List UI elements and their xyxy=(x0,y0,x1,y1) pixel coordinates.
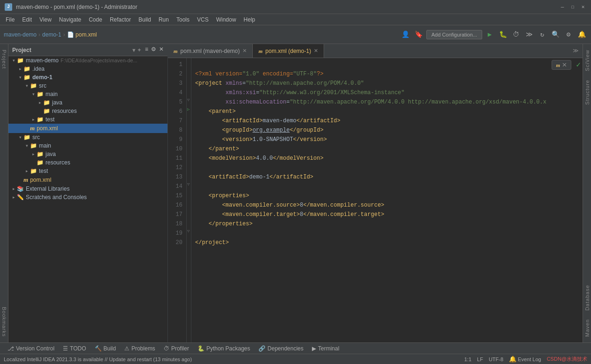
run-with-coverage-icon[interactable]: ⏱ xyxy=(510,29,522,40)
breadcrumb: maven-demo › demo-1 › 📄 pom.xml xyxy=(4,31,398,38)
tree-item-src-demo1[interactable]: ▾ 📁 src xyxy=(8,82,167,90)
maven-float-button[interactable]: m ✕ xyxy=(552,60,571,70)
tree-item-pom-demo1[interactable]: ▸ m pom.xml xyxy=(8,124,167,133)
tree-item-main[interactable]: ▾ 📁 main xyxy=(8,90,167,98)
bottom-tab-profiler[interactable]: ⏱ Profiler xyxy=(160,344,193,353)
tab-close-1[interactable]: ✕ xyxy=(242,48,247,54)
sidebar-collapse-icon[interactable]: ≡ xyxy=(145,46,148,54)
notifications-icon[interactable]: 🔔 xyxy=(576,29,587,40)
sidebar-close-icon[interactable]: ✕ xyxy=(159,46,164,54)
maven-float-close[interactable]: ✕ xyxy=(562,61,567,68)
right-tab-database[interactable]: Database xyxy=(583,281,591,314)
add-configuration-button[interactable]: Add Configuration... xyxy=(426,30,482,39)
tab-maven-icon-1: m xyxy=(174,48,178,54)
tree-item-idea[interactable]: ▸ 📁 .idea xyxy=(8,65,167,73)
code-editor[interactable]: 12345 678910 1112131415 1617181920 ▽ ▷ ▽… xyxy=(168,58,583,342)
menu-build[interactable]: Build xyxy=(135,15,155,24)
right-tab-maven[interactable]: Maven xyxy=(583,315,591,341)
bottom-tab-terminal-label: Terminal xyxy=(318,345,339,352)
sidebar-title: Project xyxy=(12,47,129,53)
run-icon[interactable]: ▶ xyxy=(484,29,495,40)
tree-item-resources-root[interactable]: ▸ 📁 resources xyxy=(8,158,167,167)
menu-refactor[interactable]: Refactor xyxy=(106,15,135,24)
cursor-position[interactable]: 1:1 xyxy=(464,357,471,362)
encoding[interactable]: UTF-8 xyxy=(489,357,503,362)
terminal-icon: ▶ xyxy=(312,345,316,352)
fold-marker-19[interactable]: ▽ xyxy=(187,227,189,236)
sidebar-gear-icon[interactable]: ⚙ xyxy=(151,46,156,54)
project-tab-vertical[interactable]: Project xyxy=(0,46,8,73)
bottom-tab-version-control[interactable]: ⎇ Version Control xyxy=(4,344,58,353)
tab-pom-demo1[interactable]: m pom.xml (demo-1) ✕ xyxy=(253,44,324,58)
menu-code[interactable]: Code xyxy=(85,15,106,24)
tab-label-2: pom.xml (demo-1) xyxy=(265,48,311,54)
profile-icon[interactable]: 👤 xyxy=(400,29,411,40)
menu-view[interactable]: View xyxy=(36,15,55,24)
debug-icon[interactable]: 🐛 xyxy=(497,29,508,40)
maximize-button[interactable]: ☐ xyxy=(569,4,576,10)
sidebar-dropdown-icon[interactable]: ▼ xyxy=(131,47,136,53)
settings-icon[interactable]: ⚙ xyxy=(563,29,574,40)
toolbar-right: 👤 🔖 Add Configuration... ▶ 🐛 ⏱ ≫ ↻ 🔍 ⚙ 🔔 xyxy=(400,29,587,40)
bc-maven-demo[interactable]: maven-demo xyxy=(4,31,37,38)
tree-item-test-root[interactable]: ▸ 📁 test xyxy=(8,167,167,175)
tree-item-scratches[interactable]: ▸ ✏️ Scratches and Consoles xyxy=(8,193,167,201)
bottom-tab-todo[interactable]: ☰ TODO xyxy=(59,344,90,353)
gutter-run-5[interactable]: ▷ xyxy=(187,105,189,114)
update-icon[interactable]: ↻ xyxy=(537,29,548,40)
bookmark-icon[interactable]: 🔖 xyxy=(413,29,424,40)
tree-item-main-root[interactable]: ▾ 📁 main xyxy=(8,141,167,150)
right-tab-structure[interactable]: Structure xyxy=(583,76,591,109)
tab-pom-maven-demo[interactable]: m pom.xml (maven-demo) ✕ xyxy=(168,44,253,58)
right-tab-sciview[interactable]: SciView xyxy=(583,46,591,75)
minimize-button[interactable]: — xyxy=(559,4,566,10)
bc-demo1[interactable]: demo-1 xyxy=(42,31,61,38)
tree-item-java[interactable]: ▸ 📁 java xyxy=(8,98,167,107)
bottom-tab-build-label: Build xyxy=(104,345,116,352)
tab-menu-button[interactable]: ≫ xyxy=(569,47,583,54)
bottom-tab-python-packages[interactable]: 🐍 Python Packages xyxy=(194,344,254,353)
menu-vcs[interactable]: VCS xyxy=(193,15,212,24)
tree-item-demo1[interactable]: ▾ 📁 demo-1 xyxy=(8,73,167,82)
tree-item-maven-demo[interactable]: ▾ 📁 maven-demo F:\IDEA\IdeaProjects\mave… xyxy=(8,56,167,65)
close-button[interactable]: ✕ xyxy=(580,4,586,10)
tree-item-java-root[interactable]: ▸ 📁 java xyxy=(8,150,167,158)
menu-edit[interactable]: Edit xyxy=(18,15,36,24)
code-content[interactable]: <?xml version="1.0" encoding="UTF-8"?> <… xyxy=(191,58,583,342)
menu-file[interactable]: File xyxy=(2,15,18,24)
bottom-tab-dependencies[interactable]: 🔗 Dependencies xyxy=(255,344,307,353)
bc-pomxml[interactable]: 📄 pom.xml xyxy=(67,31,97,38)
status-bar: Localized IntelliJ IDEA 2021.3.3 is avai… xyxy=(0,354,591,364)
fold-marker-14[interactable]: ▽ xyxy=(187,180,189,189)
tree-item-test-demo1[interactable]: ▸ 📁 test xyxy=(8,115,167,124)
python-icon: 🐍 xyxy=(197,345,205,352)
bottom-tab-terminal[interactable]: ▶ Terminal xyxy=(308,344,343,353)
bottom-tab-vc-label: Version Control xyxy=(16,345,54,352)
sidebar-add-icon[interactable]: ＋ xyxy=(136,46,142,54)
menu-help[interactable]: Help xyxy=(240,15,259,24)
version-control-icon: ⎇ xyxy=(8,345,14,352)
bottom-tab-deps-label: Dependencies xyxy=(267,345,303,352)
menu-navigate[interactable]: Navigate xyxy=(55,15,85,24)
search-everywhere-icon[interactable]: 🔍 xyxy=(550,29,561,40)
tree-item-resources[interactable]: ▸ 📁 resources xyxy=(8,107,167,115)
menu-window[interactable]: Window xyxy=(212,15,240,24)
line-ending[interactable]: LF xyxy=(477,357,483,362)
tab-close-2[interactable]: ✕ xyxy=(314,48,318,54)
bottom-tab-build[interactable]: 🔨 Build xyxy=(91,344,120,353)
fold-marker-5[interactable]: ▽ xyxy=(187,96,189,105)
event-log[interactable]: 🔔 Event Log xyxy=(509,356,541,363)
app-icon: J xyxy=(5,3,12,11)
tree-item-pom-root[interactable]: ▸ m pom.xml xyxy=(8,175,167,185)
menu-run[interactable]: Run xyxy=(155,15,173,24)
bookmarks-tab-vertical[interactable]: Bookmarks xyxy=(0,303,8,341)
csdn-brand[interactable]: CSDN@水滴技术 xyxy=(547,356,587,363)
window-controls[interactable]: — ☐ ✕ xyxy=(559,4,586,10)
bottom-tab-problems[interactable]: ⚠ Problems xyxy=(121,344,159,353)
menu-tools[interactable]: Tools xyxy=(173,15,193,24)
title-left: J maven-demo - pom.xml (demo-1) - Admini… xyxy=(5,3,137,11)
toolbar-more-icon[interactable]: ≫ xyxy=(523,29,535,40)
tree-item-src-root[interactable]: ▾ 📁 src xyxy=(8,133,167,141)
title-bar: J maven-demo - pom.xml (demo-1) - Admini… xyxy=(0,0,591,14)
tree-item-external-libs[interactable]: ▸ 📚 External Libraries xyxy=(8,185,167,193)
